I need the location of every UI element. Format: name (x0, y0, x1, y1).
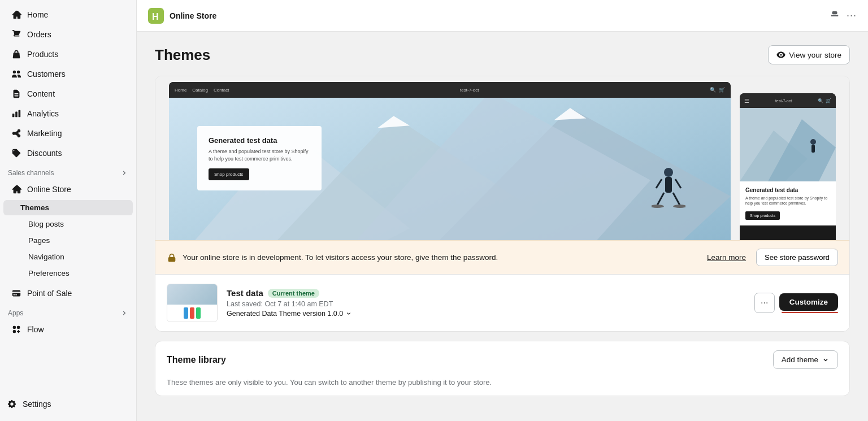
thumbnail-top (167, 284, 217, 305)
sidebar-item-home[interactable]: Home (3, 5, 133, 24)
sidebar-item-navigation[interactable]: Navigation (3, 249, 133, 264)
sidebar-item-content[interactable]: Content (3, 84, 133, 103)
sidebar-item-analytics[interactable]: Analytics (3, 104, 133, 123)
content-icon (11, 89, 21, 99)
sidebar-item-themes-label: Themes (20, 203, 49, 212)
password-banner: Your online store is in development. To … (155, 240, 849, 274)
sidebar-item-online-store-label: Online Store (27, 185, 71, 194)
sidebar-item-pages[interactable]: Pages (3, 233, 133, 248)
flow-icon (11, 324, 21, 335)
shopify-logo: H (148, 8, 164, 24)
learn-more-link[interactable]: Learn more (707, 253, 746, 262)
sidebar-item-point-of-sale[interactable]: Point of Sale (3, 284, 133, 303)
thumbnail-bottom (167, 305, 217, 322)
password-banner-text: Your online store is in development. To … (183, 253, 701, 262)
desktop-icons: 🔍🛒 (710, 87, 725, 93)
swatch-red (190, 307, 194, 319)
sidebar-item-settings[interactable]: Settings (3, 394, 133, 414)
svg-line-13 (657, 193, 664, 205)
shop-products-button[interactable]: Shop products (209, 168, 249, 180)
sidebar-item-analytics-label: Analytics (27, 109, 59, 118)
settings-icon (7, 399, 17, 409)
desktop-store-title: test-7-oct (460, 88, 479, 93)
sidebar-item-blog-posts[interactable]: Blog posts (3, 216, 133, 232)
sidebar-item-content-label: Content (27, 89, 55, 98)
desktop-preview-content: Generated test data A theme and populate… (169, 98, 731, 240)
desktop-hero-image: Generated test data A theme and populate… (169, 98, 731, 240)
theme-version-label: Generated Data Theme version 1.0.0 (227, 310, 343, 318)
theme-library-description: These themes are only visible to you. Yo… (155, 378, 849, 396)
theme-name-row: Test data Current theme (227, 288, 745, 298)
theme-actions: ··· Customize (754, 293, 838, 313)
sidebar-item-products-label: Products (27, 50, 58, 59)
eye-icon (776, 50, 785, 59)
sidebar-item-customers[interactable]: Customers (3, 64, 133, 84)
topbar-right: ··· (830, 10, 857, 21)
desktop-preview-bar: Home Catalog Contact test-7-oct 🔍🛒 (169, 82, 731, 98)
sidebar-item-flow[interactable]: Flow (3, 320, 133, 339)
sidebar-item-themes[interactable]: Themes (3, 200, 133, 215)
sidebar-item-preferences[interactable]: Preferences (3, 266, 133, 281)
theme-library-header: Theme library Add theme (155, 341, 849, 378)
svg-point-9 (664, 168, 673, 177)
svg-point-20 (810, 139, 816, 145)
desktop-preview: Home Catalog Contact test-7-oct 🔍🛒 (169, 82, 731, 240)
mobile-store-title: test-7-oct (775, 99, 792, 103)
mobile-shop-products-button[interactable]: Shop products (745, 211, 780, 220)
sidebar-item-settings-label: Settings (23, 400, 51, 409)
add-theme-button[interactable]: Add theme (773, 350, 838, 369)
sidebar-item-point-of-sale-label: Point of Sale (27, 289, 72, 298)
sidebar-item-discounts[interactable]: Discounts (3, 144, 133, 163)
theme-version-row[interactable]: Generated Data Theme version 1.0.0 (227, 310, 745, 318)
sidebar-item-products[interactable]: Products (3, 45, 133, 64)
mobile-menu-icon: ☰ (744, 98, 749, 104)
mobile-hero-image (740, 108, 836, 181)
page-title: Themes (155, 46, 210, 64)
mobile-hero-svg (740, 108, 836, 181)
svg-point-15 (652, 205, 664, 208)
home-icon (11, 10, 21, 20)
theme-preview-images: Home Catalog Contact test-7-oct 🔍🛒 (155, 76, 849, 240)
svg-line-12 (675, 179, 681, 188)
sidebar-item-customers-label: Customers (27, 70, 66, 79)
current-theme-row: Test data Current theme Last saved: Oct … (155, 274, 849, 331)
mobile-icons: 🔍🛒 (818, 98, 831, 103)
svg-point-16 (673, 205, 685, 208)
current-theme-badge: Current theme (268, 289, 319, 298)
sidebar-item-blog-posts-label: Blog posts (28, 220, 64, 228)
more-options-icon[interactable]: ··· (847, 10, 857, 21)
sidebar-item-navigation-label: Navigation (28, 253, 64, 261)
mobile-overlay-text: A theme and populated test store by Shop… (745, 196, 830, 206)
mobile-preview: ☰ test-7-oct 🔍🛒 (740, 93, 836, 240)
sidebar-item-preferences-label: Preferences (28, 269, 70, 277)
products-icon (11, 49, 21, 59)
see-store-password-button[interactable]: See store password (756, 249, 838, 266)
customize-button[interactable]: Customize (779, 293, 838, 311)
skier-figure (652, 167, 685, 212)
svg-text:H: H (152, 12, 159, 21)
chevron-down-icon-small (822, 356, 830, 364)
svg-rect-21 (811, 145, 815, 153)
sidebar-item-orders[interactable]: Orders (3, 25, 133, 44)
topbar: H Online Store ··· (137, 0, 868, 32)
apps-section-label: Apps (0, 303, 136, 319)
main-content: H Online Store ··· Themes View your stor… (137, 0, 868, 421)
mobile-preview-content: Generated test data A theme and populate… (740, 108, 836, 240)
page-header: Themes View your store (155, 45, 850, 64)
sidebar-item-orders-label: Orders (27, 30, 51, 39)
online-store-icon (11, 184, 21, 194)
pin-icon[interactable] (830, 10, 840, 21)
theme-more-options-button[interactable]: ··· (754, 293, 775, 313)
sidebar-item-marketing-label: Marketing (27, 129, 62, 138)
theme-preview-card: Home Catalog Contact test-7-oct 🔍🛒 (155, 76, 850, 332)
theme-name: Test data (227, 288, 263, 298)
mobile-overlay-title: Generated test data (745, 187, 830, 193)
view-store-button[interactable]: View your store (768, 45, 850, 64)
swatch-green (196, 307, 201, 319)
theme-thumbnail (167, 284, 218, 322)
discounts-icon (11, 148, 21, 158)
theme-last-saved: Last saved: Oct 7 at 1:40 am EDT (227, 300, 745, 308)
sidebar-item-online-store[interactable]: Online Store (3, 180, 133, 199)
sidebar-item-marketing[interactable]: Marketing (3, 124, 133, 143)
content-area: Themes View your store Home Catalog Cont… (137, 32, 868, 410)
